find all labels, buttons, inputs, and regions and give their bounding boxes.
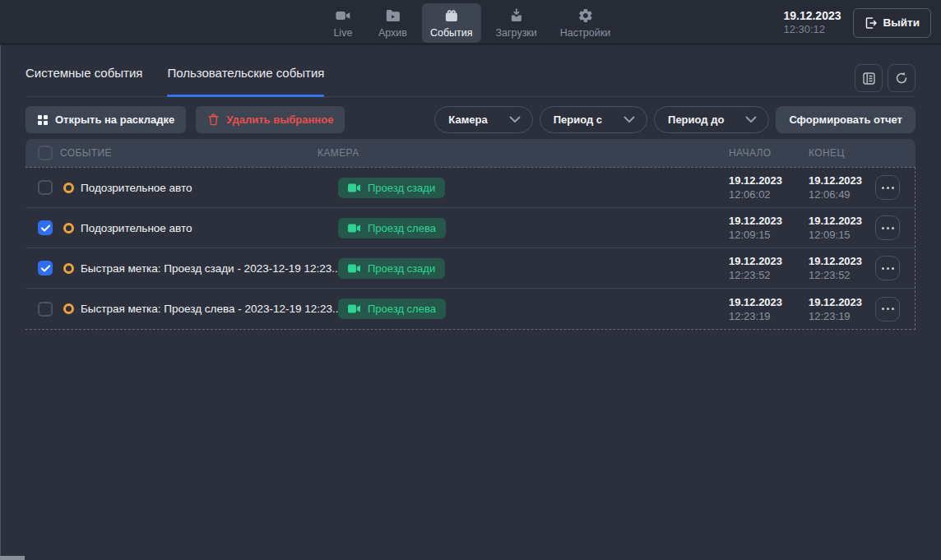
tab-label: Пользовательские события xyxy=(167,66,324,80)
logout-icon xyxy=(865,16,878,30)
camera-badge[interactable]: Проезд слева xyxy=(338,299,446,319)
window-edge xyxy=(0,45,1,560)
toolbar-left: Открыть на раскладке Удалить выбранное xyxy=(25,106,345,133)
camera-filter-dropdown[interactable]: Камера xyxy=(434,106,532,133)
start-time: 12:23:52 xyxy=(729,269,809,281)
settings-gear-icon xyxy=(577,7,593,24)
column-header-end: КОНЕЦ xyxy=(809,147,873,159)
camera-badge[interactable]: Проезд сзади xyxy=(338,258,445,279)
camera-icon xyxy=(348,264,360,273)
delete-selected-button[interactable]: Удалить выбранное xyxy=(196,106,345,133)
end-time: 12:06:49 xyxy=(809,188,873,201)
trash-icon xyxy=(207,113,220,126)
delete-selected-label: Удалить выбранное xyxy=(226,113,333,126)
column-header-start: НАЧАЛО xyxy=(729,147,809,159)
refresh-icon xyxy=(894,71,909,86)
period-to-label: Период до xyxy=(668,113,724,126)
journal-icon xyxy=(862,72,876,86)
end-date: 19.12.2023 xyxy=(809,255,873,267)
tab-user-events[interactable]: Пользовательские события xyxy=(167,45,324,96)
row-menu-button[interactable] xyxy=(875,297,900,322)
camera-badge[interactable]: Проезд сзади xyxy=(338,178,445,198)
events-table: СОБЫТИЕ КАМЕРА НАЧАЛО КОНЕЦ Подозрительн… xyxy=(25,139,916,330)
nav-item-live[interactable]: Live xyxy=(322,3,364,43)
table-row[interactable]: Быстрая метка: Проезд слева - 2023-12-19… xyxy=(25,289,915,329)
nav-item-settings[interactable]: Настройки xyxy=(552,3,619,43)
events-icon xyxy=(443,7,460,24)
camera-badge-label: Проезд сзади xyxy=(368,182,435,194)
start-time: 12:06:02 xyxy=(729,188,809,201)
downloads-icon xyxy=(508,7,525,24)
nav-item-label: Настройки xyxy=(560,27,610,39)
video-camera-icon xyxy=(335,7,351,24)
period-from-dropdown[interactable]: Период с xyxy=(540,106,647,133)
tab-label: Системные события xyxy=(25,66,142,80)
navbar-right: 19.12.2023 12:30:12 Выйти xyxy=(783,0,931,45)
nav-item-label: Live xyxy=(333,27,352,39)
period-to-dropdown[interactable]: Период до xyxy=(654,106,769,133)
generate-report-label: Сформировать отчет xyxy=(789,113,902,126)
table-header: СОБЫТИЕ КАМЕРА НАЧАЛО КОНЕЦ xyxy=(25,139,916,167)
end-time: 12:09:15 xyxy=(809,229,873,241)
nav-item-archive[interactable]: Архив xyxy=(370,3,415,43)
row-checkbox[interactable] xyxy=(38,220,53,235)
event-name: Быстрая метка: Проезд сзади - 2023-12-19… xyxy=(81,262,341,275)
camera-icon xyxy=(348,224,360,233)
start-date: 19.12.2023 xyxy=(729,174,809,187)
camera-filter-label: Камера xyxy=(448,113,487,126)
archive-folder-icon xyxy=(384,7,401,24)
end-date: 19.12.2023 xyxy=(809,215,873,227)
table-row[interactable]: Подозрительное авто Проезд сзади 19.12.2… xyxy=(25,168,915,208)
camera-badge-label: Проезд слева xyxy=(368,222,436,234)
nav-item-label: События xyxy=(430,27,473,39)
table-row[interactable]: Подозрительное авто Проезд слева 19.12.2… xyxy=(25,208,915,248)
refresh-button[interactable] xyxy=(888,64,916,92)
row-menu-button[interactable] xyxy=(875,175,900,200)
row-menu-button[interactable] xyxy=(875,215,900,240)
main-navigation: Live Архив События Загрузки Настройки xyxy=(322,0,619,45)
nav-item-downloads[interactable]: Загрузки xyxy=(488,3,545,43)
end-time: 12:23:19 xyxy=(809,310,873,322)
nav-item-label: Загрузки xyxy=(496,27,537,39)
open-on-layout-button[interactable]: Открыть на раскладке xyxy=(25,106,186,133)
table-row[interactable]: Быстрая метка: Проезд сзади - 2023-12-19… xyxy=(25,248,915,289)
select-all-checkbox[interactable] xyxy=(38,146,53,160)
current-time: 12:30:12 xyxy=(783,23,841,36)
row-checkbox[interactable] xyxy=(38,180,53,195)
start-date: 19.12.2023 xyxy=(729,215,809,227)
chevron-down-icon xyxy=(745,116,757,123)
chevron-down-icon xyxy=(623,116,635,123)
camera-badge-label: Проезд сзади xyxy=(368,262,435,275)
clock: 19.12.2023 12:30:12 xyxy=(783,9,841,37)
window-resize-grip[interactable] xyxy=(0,556,25,560)
end-time: 12:23:52 xyxy=(809,269,873,281)
start-date: 19.12.2023 xyxy=(729,255,809,267)
top-navbar: Live Архив События Загрузки Настройки xyxy=(0,0,941,45)
column-header-event: СОБЫТИЕ xyxy=(60,147,318,159)
event-name: Подозрительное авто xyxy=(81,222,192,234)
row-menu-button[interactable] xyxy=(875,256,900,280)
logout-label: Выйти xyxy=(883,16,920,29)
end-date: 19.12.2023 xyxy=(809,174,873,187)
start-time: 12:09:15 xyxy=(729,229,809,241)
tabbar: Системные события Пользовательские событ… xyxy=(25,45,916,97)
row-checkbox[interactable] xyxy=(38,302,53,317)
generate-report-button[interactable]: Сформировать отчет xyxy=(776,106,916,133)
table-body: Подозрительное авто Проезд сзади 19.12.2… xyxy=(25,167,916,330)
toolbar-right: Камера Период с Период до Сформировать о… xyxy=(434,106,916,133)
start-time: 12:23:19 xyxy=(729,310,809,322)
period-from-label: Период с xyxy=(554,113,602,126)
nav-item-label: Архив xyxy=(378,27,407,39)
toolbar: Открыть на раскладке Удалить выбранное К… xyxy=(25,106,916,133)
end-date: 19.12.2023 xyxy=(809,296,873,308)
row-checkbox[interactable] xyxy=(38,261,53,275)
current-date: 19.12.2023 xyxy=(783,9,841,24)
nav-item-events[interactable]: События xyxy=(422,3,481,43)
event-status-icon xyxy=(63,223,74,234)
journal-view-button[interactable] xyxy=(855,64,883,92)
tab-system-events[interactable]: Системные события xyxy=(25,45,142,96)
logout-button[interactable]: Выйти xyxy=(853,8,932,38)
camera-badge[interactable]: Проезд слева xyxy=(338,218,446,238)
event-name: Подозрительное авто xyxy=(81,182,192,194)
event-status-icon xyxy=(63,183,74,193)
